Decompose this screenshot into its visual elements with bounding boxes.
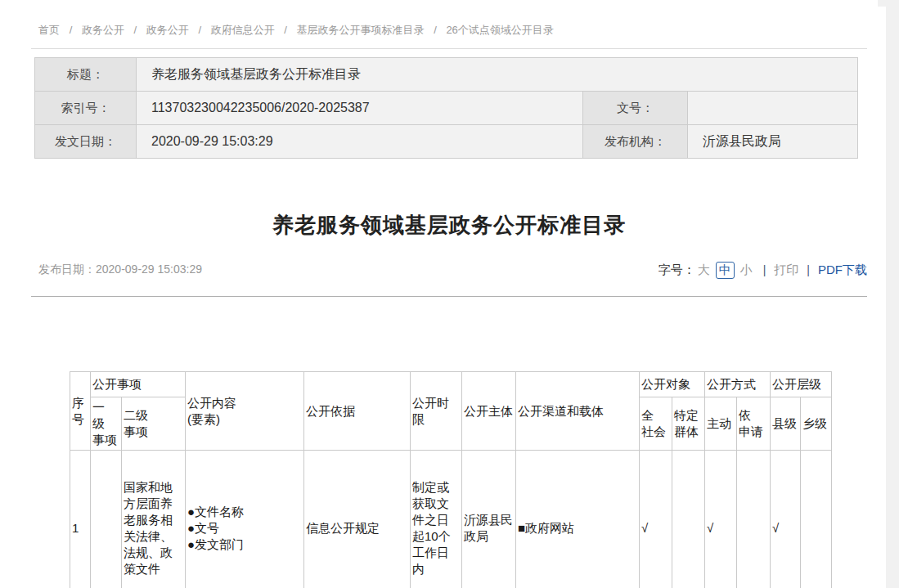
publish-date: 发布日期：2020-09-29 15:03:29 — [38, 263, 202, 277]
header-channels: 公开渠道和载体 — [516, 372, 640, 451]
cell-basis: 信息公开规定 — [304, 451, 411, 588]
font-size-medium-button[interactable]: 中 — [716, 262, 735, 279]
font-size-large-button[interactable]: 大 — [698, 263, 710, 278]
meta-index-label: 索引号： — [35, 92, 137, 125]
scrollbar-corner — [878, 0, 886, 7]
cell-county: √ — [771, 451, 801, 588]
breadcrumb-home[interactable]: 首页 — [38, 24, 60, 36]
breadcrumb-separator: / — [198, 24, 201, 36]
cell-upon-request — [737, 451, 771, 588]
header-specific-groups: 特定 群体 — [672, 397, 705, 451]
header-basis: 公开依据 — [304, 372, 411, 451]
breadcrumb-separator: / — [434, 24, 437, 36]
breadcrumb: 首页 / 政务公开 / 政务公开 / 政府信息公开 / 基层政务公开事项标准目录… — [31, 0, 867, 49]
header-all-society: 全 社会 — [640, 397, 672, 451]
breadcrumb-separator: / — [70, 24, 73, 36]
vertical-scrollbar[interactable] — [886, 0, 899, 588]
header-audience: 公开对象 — [640, 372, 705, 397]
breadcrumb-separator: / — [284, 24, 287, 36]
cell-serial: 1 — [70, 451, 91, 588]
font-size-small-button[interactable]: 小 — [740, 263, 753, 278]
breadcrumb-current-page: 26个试点领域公开目录 — [446, 24, 553, 36]
cell-township — [801, 451, 832, 588]
header-upon-request: 依 申请 — [737, 397, 771, 451]
font-size-label: 字号： — [659, 263, 695, 278]
meta-title-value: 养老服务领域基层政务公开标准目录 — [137, 58, 858, 92]
pdf-download-button[interactable]: PDF下载 — [818, 263, 867, 278]
cell-level2-item: 国家和地方层面养老服务相关法律、法规、政策文件 — [122, 451, 186, 588]
cell-subject: 沂源县民政局 — [462, 451, 516, 588]
meta-issuedate-value: 2020-09-29 15:03:29 — [137, 125, 583, 159]
meta-agency-value: 沂源县民政局 — [688, 125, 858, 159]
breadcrumb-standard-catalog[interactable]: 基层政务公开事项标准目录 — [297, 24, 425, 36]
cell-specific-groups — [672, 451, 705, 588]
breadcrumb-zhengwu-gongkai-2[interactable]: 政务公开 — [146, 24, 189, 36]
meta-title-label: 标题： — [35, 58, 137, 92]
meta-index-value: 113703230042235006/2020-2025387 — [137, 92, 583, 125]
cell-time-limit: 制定或获取文件之日起10个工作日内 — [411, 451, 462, 588]
header-county: 县级 — [771, 397, 801, 451]
header-proactive: 主动 — [705, 397, 737, 451]
header-subject: 公开主体 — [462, 372, 516, 451]
divider: | — [807, 263, 810, 276]
header-level1-item: 一 级 事项 — [91, 397, 122, 451]
print-button[interactable]: 打印 — [774, 263, 798, 278]
article-tools: 字号： 大 中 小 | 打印 | PDF下载 — [659, 262, 867, 279]
meta-issuedate-label: 发文日期： — [35, 125, 137, 159]
header-time-limit: 公开时限 — [411, 372, 462, 451]
cell-level1-item — [91, 451, 122, 588]
header-method: 公开方式 — [705, 372, 771, 397]
header-level: 公开层级 — [771, 372, 832, 397]
cell-content-elements: ●文件名称 ●文号 ●发文部门 — [186, 451, 304, 588]
cell-all-society: √ — [640, 451, 672, 588]
meta-docnum-value — [688, 92, 858, 125]
section-divider — [31, 296, 867, 297]
table-row: 1 国家和地方层面养老服务相关法律、法规、政策文件 ●文件名称 ●文号 ●发文部… — [70, 451, 832, 588]
meta-docnum-label: 文号： — [583, 92, 688, 125]
document-metadata-table: 标题： 养老服务领域基层政务公开标准目录 索引号： 11370323004223… — [34, 57, 858, 159]
cell-channels: ■政府网站 — [516, 451, 640, 588]
breadcrumb-govinfo[interactable]: 政府信息公开 — [211, 24, 275, 36]
header-serial: 序号 — [70, 372, 91, 451]
header-level2-item: 二级 事项 — [122, 397, 186, 451]
header-disclosure-items: 公开事项 — [91, 372, 186, 397]
header-content-elements: 公开内容 (要素) — [186, 372, 304, 451]
disclosure-standards-table: 序号 公开事项 公开内容 (要素) 公开依据 公开时限 公开主体 公开渠道和载体… — [70, 371, 832, 588]
header-township: 乡级 — [801, 397, 832, 451]
page-content: 首页 / 政务公开 / 政务公开 / 政府信息公开 / 基层政务公开事项标准目录… — [31, 0, 867, 588]
article-meta-bar: 发布日期：2020-09-29 15:03:29 字号： 大 中 小 | 打印 … — [31, 261, 867, 279]
breadcrumb-zhengwu-gongkai-1[interactable]: 政务公开 — [82, 24, 124, 36]
page-title: 养老服务领域基层政务公开标准目录 — [31, 211, 867, 240]
meta-agency-label: 发布机构： — [583, 125, 688, 159]
divider: | — [763, 263, 766, 276]
cell-proactive: √ — [705, 451, 737, 588]
breadcrumb-separator: / — [134, 24, 137, 36]
